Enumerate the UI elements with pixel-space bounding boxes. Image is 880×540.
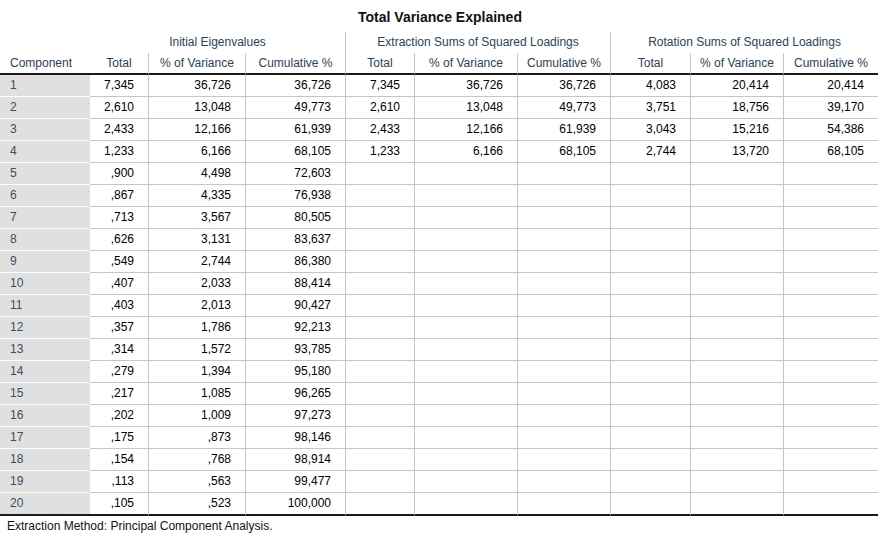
value-cell xyxy=(345,163,414,185)
value-cell xyxy=(414,251,517,273)
value-cell xyxy=(345,405,414,427)
value-cell: 13,720 xyxy=(690,141,783,163)
value-cell: 2,433 xyxy=(345,119,414,141)
value-cell xyxy=(517,251,610,273)
value-cell xyxy=(690,317,783,339)
value-cell: 92,213 xyxy=(245,317,345,339)
value-cell: ,563 xyxy=(148,471,245,493)
value-cell: 83,637 xyxy=(245,229,345,251)
table-row: 32,43312,16661,9392,43312,16661,9393,043… xyxy=(0,119,878,141)
table-title: Total Variance Explained xyxy=(0,0,880,32)
sub-header-of-variance: % of Variance xyxy=(148,53,245,75)
value-cell xyxy=(783,207,878,229)
table-row: 15,2171,08596,265 xyxy=(0,383,878,405)
value-cell xyxy=(783,317,878,339)
value-cell: 97,273 xyxy=(245,405,345,427)
value-cell xyxy=(345,251,414,273)
value-cell: 76,938 xyxy=(245,185,345,207)
value-cell: 1,233 xyxy=(345,141,414,163)
value-cell xyxy=(690,207,783,229)
value-cell: ,403 xyxy=(90,295,148,317)
value-cell: 49,773 xyxy=(245,97,345,119)
value-cell xyxy=(345,317,414,339)
component-cell: 1 xyxy=(0,75,90,97)
sub-header-of-variance: % of Variance xyxy=(414,53,517,75)
value-cell xyxy=(345,383,414,405)
value-cell xyxy=(414,185,517,207)
component-cell: 15 xyxy=(0,383,90,405)
value-cell: 1,233 xyxy=(90,141,148,163)
sub-header-cumulative: Cumulative % xyxy=(245,53,345,75)
value-cell xyxy=(690,405,783,427)
value-cell: 4,335 xyxy=(148,185,245,207)
component-cell: 16 xyxy=(0,405,90,427)
value-cell: 100,000 xyxy=(245,493,345,516)
spss-output-viewer: Total Variance Explained Component Initi… xyxy=(0,0,880,540)
value-cell xyxy=(690,229,783,251)
value-cell xyxy=(345,471,414,493)
value-cell: 36,726 xyxy=(245,75,345,97)
value-cell: ,217 xyxy=(90,383,148,405)
value-cell: 1,085 xyxy=(148,383,245,405)
component-cell: 12 xyxy=(0,317,90,339)
value-cell xyxy=(517,471,610,493)
value-cell: 80,505 xyxy=(245,207,345,229)
value-cell xyxy=(517,339,610,361)
table-row: 5,9004,49872,603 xyxy=(0,163,878,185)
value-cell xyxy=(517,427,610,449)
value-cell: 1,009 xyxy=(148,405,245,427)
value-cell xyxy=(610,229,690,251)
value-cell xyxy=(610,251,690,273)
value-cell xyxy=(414,295,517,317)
value-cell xyxy=(783,449,878,471)
value-cell xyxy=(783,427,878,449)
value-cell: 6,166 xyxy=(414,141,517,163)
value-cell: 7,345 xyxy=(90,75,148,97)
component-cell: 14 xyxy=(0,361,90,383)
value-cell: 12,166 xyxy=(414,119,517,141)
value-cell: ,523 xyxy=(148,493,245,516)
component-cell: 2 xyxy=(0,97,90,119)
value-cell xyxy=(414,493,517,516)
value-cell: 18,756 xyxy=(690,97,783,119)
value-cell: ,873 xyxy=(148,427,245,449)
value-cell: 72,603 xyxy=(245,163,345,185)
sub-header-total: Total xyxy=(610,53,690,75)
table-row: 22,61013,04849,7732,61013,04849,7733,751… xyxy=(0,97,878,119)
value-cell xyxy=(414,383,517,405)
value-cell xyxy=(610,185,690,207)
value-cell: 1,572 xyxy=(148,339,245,361)
value-cell: 13,048 xyxy=(148,97,245,119)
value-cell xyxy=(517,229,610,251)
value-cell: 39,170 xyxy=(783,97,878,119)
value-cell xyxy=(414,207,517,229)
value-cell xyxy=(345,207,414,229)
value-cell xyxy=(517,185,610,207)
value-cell xyxy=(783,405,878,427)
value-cell xyxy=(345,185,414,207)
value-cell: 61,939 xyxy=(245,119,345,141)
value-cell: 2,033 xyxy=(148,273,245,295)
component-cell: 20 xyxy=(0,493,90,516)
value-cell: 98,914 xyxy=(245,449,345,471)
value-cell: ,279 xyxy=(90,361,148,383)
value-cell: ,867 xyxy=(90,185,148,207)
value-cell: ,113 xyxy=(90,471,148,493)
value-cell xyxy=(690,273,783,295)
value-cell xyxy=(345,273,414,295)
sub-header-of-variance: % of Variance xyxy=(690,53,783,75)
value-cell: 7,345 xyxy=(345,75,414,97)
value-cell: 20,414 xyxy=(690,75,783,97)
component-cell: 5 xyxy=(0,163,90,185)
table-row: 11,4032,01390,427 xyxy=(0,295,878,317)
value-cell xyxy=(414,317,517,339)
group-header-rotation-sums: Rotation Sums of Squared Loadings xyxy=(610,32,878,53)
value-cell xyxy=(783,251,878,273)
table-row: 9,5492,74486,380 xyxy=(0,251,878,273)
value-cell xyxy=(345,229,414,251)
value-cell xyxy=(783,295,878,317)
sub-header-cumulative: Cumulative % xyxy=(783,53,878,75)
value-cell: ,626 xyxy=(90,229,148,251)
value-cell: 36,726 xyxy=(414,75,517,97)
group-header-extraction-sums: Extraction Sums of Squared Loadings xyxy=(345,32,610,53)
